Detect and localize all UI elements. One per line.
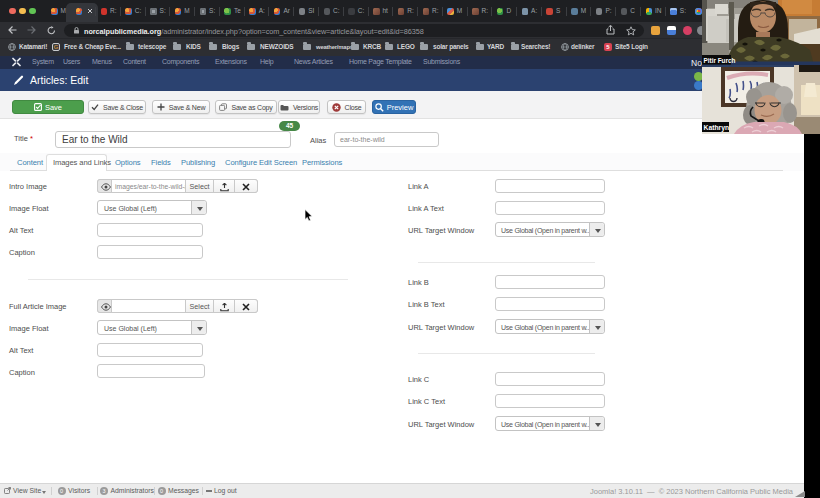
- svg-text:Pitir Furch: Pitir Furch: [704, 57, 736, 64]
- svg-text:Kathryn: Kathryn: [704, 124, 730, 132]
